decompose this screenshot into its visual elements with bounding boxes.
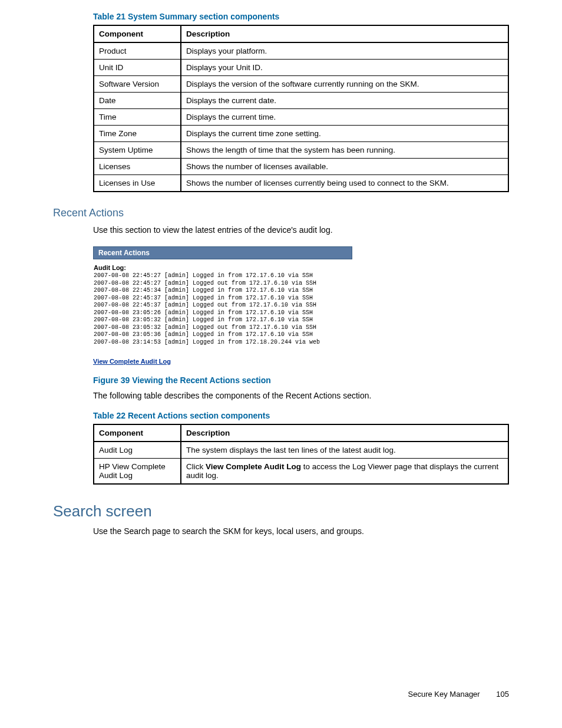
table-row: Software VersionDisplays the version of … bbox=[94, 76, 508, 93]
recent-actions-panel: Recent Actions Audit Log: 2007-08-08 22:… bbox=[93, 246, 352, 346]
footer-page-number: 105 bbox=[496, 690, 509, 699]
footer-title: Secure Key Manager bbox=[408, 690, 480, 699]
table22-header-component: Component bbox=[94, 424, 181, 442]
bold-text: View Complete Audit Log bbox=[206, 462, 301, 471]
table-row: Unit IDDisplays your Unit ID. bbox=[94, 60, 508, 76]
cell-component: Licenses bbox=[94, 159, 181, 175]
cell-description: Displays your platform. bbox=[181, 42, 508, 60]
cell-description: Displays the version of the software cur… bbox=[181, 76, 508, 93]
cell-component: Date bbox=[94, 93, 181, 109]
table22-header-description: Description bbox=[181, 424, 508, 442]
recent-actions-panel-title: Recent Actions bbox=[93, 246, 352, 259]
cell-component: Licenses in Use bbox=[94, 175, 181, 192]
audit-log-content: 2007-08-08 22:45:27 [admin] Logged in fr… bbox=[94, 272, 352, 346]
cell-component: Time Zone bbox=[94, 126, 181, 142]
cell-component: HP View Complete Audit Log bbox=[94, 458, 181, 484]
table21: Component Description ProductDisplays yo… bbox=[93, 25, 509, 192]
cell-description: The system displays the last ten lines o… bbox=[181, 442, 508, 459]
table22: Component Description Audit LogThe syste… bbox=[93, 424, 509, 485]
cell-description: Displays the current time zone setting. bbox=[181, 126, 508, 142]
page-footer: Secure Key Manager 105 bbox=[408, 690, 509, 699]
cell-description: Shows the length of time that the system… bbox=[181, 142, 508, 159]
table-row: ProductDisplays your platform. bbox=[94, 42, 508, 60]
table-row: System UptimeShows the length of time th… bbox=[94, 142, 508, 159]
audit-log-label: Audit Log: bbox=[94, 264, 352, 271]
cell-description: Displays your Unit ID. bbox=[181, 60, 508, 76]
cell-description: Displays the current time. bbox=[181, 109, 508, 126]
table-row: LicensesShows the number of licenses ava… bbox=[94, 159, 508, 175]
search-screen-heading: Search screen bbox=[53, 502, 509, 521]
cell-description: Click View Complete Audit Log to access … bbox=[181, 458, 508, 484]
cell-component: Software Version bbox=[94, 76, 181, 93]
view-complete-audit-log-link[interactable]: View Complete Audit Log bbox=[93, 358, 171, 365]
figure39-caption: Figure 39 Viewing the Recent Actions sec… bbox=[93, 375, 509, 385]
table-row: Licenses in UseShows the number of licen… bbox=[94, 175, 508, 192]
cell-component: System Uptime bbox=[94, 142, 181, 159]
search-screen-intro: Use the Search page to search the SKM fo… bbox=[93, 525, 509, 537]
cell-description: Displays the current date. bbox=[181, 93, 508, 109]
table22-intro: The following table describes the compon… bbox=[93, 390, 509, 401]
table21-header-description: Description bbox=[181, 25, 508, 42]
recent-actions-heading: Recent Actions bbox=[53, 207, 509, 219]
cell-component: Time bbox=[94, 109, 181, 126]
table21-caption: Table 21 System Summary section componen… bbox=[93, 12, 509, 21]
table21-header-component: Component bbox=[94, 25, 181, 42]
table-row: HP View Complete Audit LogClick View Com… bbox=[94, 458, 508, 484]
table22-caption: Table 22 Recent Actions section componen… bbox=[93, 411, 509, 420]
table-row: Audit LogThe system displays the last te… bbox=[94, 442, 508, 459]
cell-component: Product bbox=[94, 42, 181, 60]
recent-actions-intro: Use this section to view the latest entr… bbox=[93, 224, 509, 236]
cell-description: Shows the number of licenses currently b… bbox=[181, 175, 508, 192]
cell-component: Audit Log bbox=[94, 442, 181, 459]
table-row: Time ZoneDisplays the current time zone … bbox=[94, 126, 508, 142]
cell-description: Shows the number of licenses available. bbox=[181, 159, 508, 175]
table-row: TimeDisplays the current time. bbox=[94, 109, 508, 126]
cell-component: Unit ID bbox=[94, 60, 181, 76]
table-row: DateDisplays the current date. bbox=[94, 93, 508, 109]
